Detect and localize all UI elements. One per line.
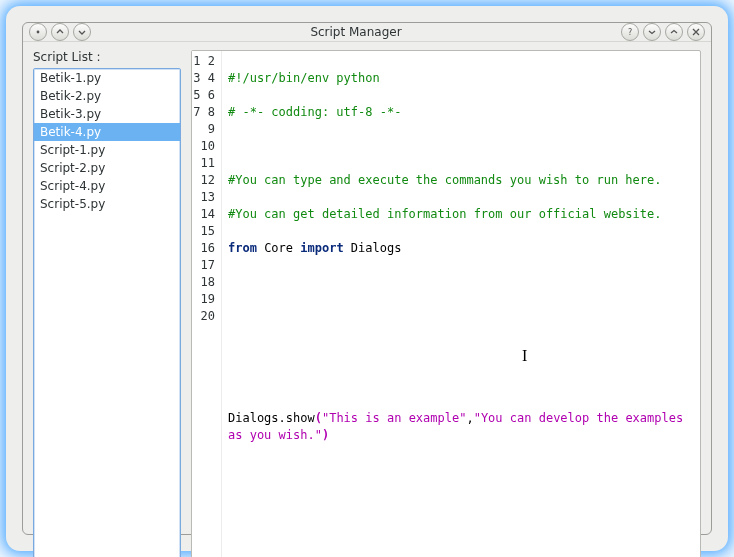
list-item[interactable]: Script-4.py <box>34 177 180 195</box>
svg-point-0 <box>37 31 40 34</box>
script-list[interactable]: Betik-1.pyBetik-2.pyBetik-3.pyBetik-4.py… <box>33 68 181 557</box>
titlebar-button-1-icon[interactable] <box>29 23 47 41</box>
list-item[interactable]: Betik-1.py <box>34 69 180 87</box>
line-number-gutter: 1 2 3 4 5 6 7 8 9 10 11 12 13 14 15 16 1… <box>192 51 222 557</box>
minimize-icon[interactable] <box>643 23 661 41</box>
list-item[interactable]: Betik-2.py <box>34 87 180 105</box>
chevron-down-icon[interactable] <box>73 23 91 41</box>
help-icon[interactable]: ? <box>621 23 639 41</box>
script-manager-window: Script Manager ? Script List : Betik-1.p… <box>22 22 712 535</box>
code-area[interactable]: #!/usr/bin/env python # -*- codding: utf… <box>222 51 700 557</box>
maximize-icon[interactable] <box>665 23 683 41</box>
titlebar: Script Manager ? <box>23 23 711 42</box>
list-item[interactable]: Betik-3.py <box>34 105 180 123</box>
list-item[interactable]: Script-1.py <box>34 141 180 159</box>
list-item[interactable]: Script-5.py <box>34 195 180 213</box>
script-list-label: Script List : <box>33 50 181 64</box>
list-item[interactable]: Script-2.py <box>34 159 180 177</box>
list-item[interactable]: Betik-4.py <box>34 123 180 141</box>
code-editor[interactable]: 1 2 3 4 5 6 7 8 9 10 11 12 13 14 15 16 1… <box>191 50 701 557</box>
window-title: Script Manager <box>91 25 621 39</box>
close-icon[interactable] <box>687 23 705 41</box>
svg-text:?: ? <box>628 28 632 37</box>
chevron-up-icon[interactable] <box>51 23 69 41</box>
